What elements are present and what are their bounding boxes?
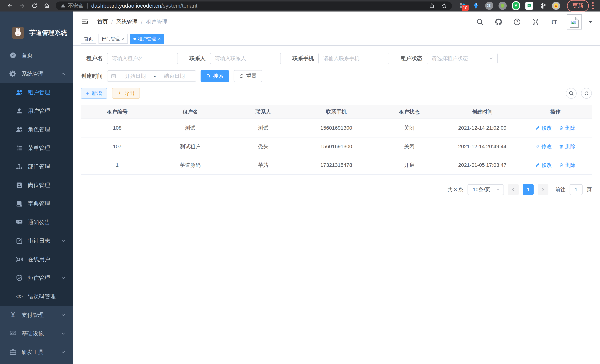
reset-button[interactable]: 重置 [234, 70, 262, 82]
prev-page-button[interactable] [508, 184, 519, 195]
command-extension-icon[interactable]: ⌘ [485, 1, 494, 10]
tab-tenant[interactable]: 租户管理 × [130, 34, 164, 44]
edit-document-icon [15, 237, 23, 245]
font-size-icon[interactable]: tT [548, 16, 560, 28]
browser-update-button[interactable]: 更新 [567, 0, 589, 12]
edit-link[interactable]: 修改 [535, 124, 552, 131]
user-icon [15, 107, 23, 115]
sidebar-item-post[interactable]: 岗位管理 [0, 176, 73, 195]
col-actions: 操作 [519, 105, 592, 119]
export-button[interactable]: 导出 [112, 88, 140, 99]
search-button[interactable]: 搜索 [201, 70, 229, 82]
sidebar-collapse-icon[interactable] [81, 18, 89, 26]
sidebar-item-dev-tools[interactable]: 研发工具 [0, 343, 73, 361]
delete-link[interactable]: 删除 [559, 124, 575, 131]
extension-grid-icon[interactable]: 10 [458, 1, 467, 10]
address-bar[interactable]: 不安全 dashboard.yudao.iocoder.cn/system/te… [56, 1, 452, 10]
fullscreen-icon[interactable] [529, 16, 542, 28]
search-icon [569, 91, 574, 96]
tenant-name-input[interactable] [107, 53, 178, 64]
chevron-down-icon [60, 275, 66, 281]
kite-extension-icon[interactable] [472, 1, 480, 10]
sidebar-item-online-users[interactable]: 在线用户 [0, 250, 73, 269]
delete-link[interactable]: 删除 [559, 143, 575, 150]
breadcrumb-system[interactable]: 系统管理 [116, 18, 138, 26]
col-contact: 联系人 [227, 105, 300, 119]
chevron-right-icon [541, 187, 545, 192]
chevron-down-icon [60, 349, 66, 355]
help-icon[interactable]: ? [511, 16, 523, 28]
delete-link[interactable]: 删除 [559, 162, 575, 169]
browser-home-button[interactable] [42, 1, 52, 10]
pencil-icon [535, 163, 540, 168]
dot-extension-icon[interactable] [498, 1, 507, 10]
chat-extension-icon[interactable] [525, 1, 534, 10]
app-logo[interactable]: 芋道管理系统 [0, 11, 73, 46]
gear-icon [9, 70, 17, 78]
sidebar-item-user[interactable]: 用户管理 [0, 102, 73, 120]
toggle-search-button[interactable] [566, 88, 577, 99]
site-security-chip[interactable]: 不安全 [60, 2, 84, 9]
sidebar-item-audit-log[interactable]: 审计日志 [0, 232, 73, 250]
status-select[interactable]: 请选择租户状态 [427, 53, 497, 64]
table-row: 107 测试租户 秃头 15601691300 关闭 2021-12-14 20… [81, 137, 592, 156]
breadcrumb-home[interactable]: 首页 [97, 18, 108, 26]
sidebar-item-home[interactable]: 首页 [0, 46, 73, 65]
date-range-picker[interactable]: 开始日期 - 结束日期 [107, 70, 196, 82]
next-page-button[interactable] [538, 184, 548, 195]
current-page[interactable]: 1 [523, 184, 534, 195]
sidebar-item-error-code[interactable]: </> 错误码管理 [0, 287, 73, 306]
add-button[interactable]: + 新增 [81, 88, 107, 99]
sidebar-item-dept[interactable]: 部门管理 [0, 157, 73, 176]
extension-badge: 10 [462, 5, 469, 11]
edit-link[interactable]: 修改 [535, 143, 552, 150]
sidebar-item-system[interactable]: 系统管理 [0, 65, 73, 83]
sidebar-item-sms[interactable]: 短信管理 [0, 269, 73, 287]
close-icon[interactable]: × [158, 37, 161, 41]
trash-icon [559, 144, 564, 149]
share-icon[interactable] [429, 3, 435, 9]
sidebar-item-menu[interactable]: 菜单管理 [0, 139, 73, 157]
header-search-icon[interactable] [474, 16, 486, 28]
download-icon [117, 91, 122, 96]
divider [87, 3, 88, 9]
tab-dept[interactable]: 部门管理 × [99, 34, 128, 44]
sidebar-item-pay[interactable]: ¥ 支付管理 [0, 306, 73, 324]
avatar[interactable] [567, 14, 582, 29]
pencil-icon [535, 126, 540, 131]
sidebar-item-dict[interactable]: 字典管理 [0, 195, 73, 213]
browser-forward-button[interactable] [17, 1, 28, 10]
mobile-input[interactable] [318, 53, 389, 64]
extension-icons: 10 ⌘ Y [458, 1, 560, 10]
edit-link[interactable]: 修改 [535, 162, 552, 169]
breadcrumb-current: 租户管理 [146, 18, 167, 26]
bookmark-star-icon[interactable] [441, 3, 447, 9]
sidebar-item-tenant[interactable]: 租户管理 [0, 83, 73, 102]
avatar-caret-icon[interactable] [589, 21, 593, 23]
emoji-extension-icon[interactable] [552, 1, 560, 10]
contact-input[interactable] [210, 53, 281, 64]
goto-page-input[interactable] [570, 184, 582, 195]
table-row: 1 芋道源码 芋艿 17321315478 开启 2021-01-05 17:0… [81, 156, 592, 174]
github-icon[interactable] [492, 16, 505, 28]
sidebar-item-role[interactable]: 角色管理 [0, 120, 73, 139]
tab-home[interactable]: 首页 [81, 34, 96, 44]
trash-icon [559, 126, 564, 131]
col-tenant-name: 租户名 [154, 105, 227, 119]
col-created: 创建时间 [446, 105, 519, 119]
sidebar-item-infra[interactable]: 基础设施 [0, 324, 73, 343]
browser-menu-icon[interactable] [591, 2, 595, 9]
yen-icon: ¥ [9, 311, 17, 319]
browser-back-button[interactable] [5, 1, 15, 10]
sidebar-menu: 首页 系统管理 租户管理 用户管理 角色管理 菜单管理 [0, 46, 73, 361]
refresh-table-button[interactable] [581, 88, 592, 99]
y-extension-icon[interactable]: Y [512, 1, 520, 10]
sidebar-item-notice[interactable]: 通知公告 [0, 213, 73, 232]
page-size-select[interactable]: 10条/页 [468, 184, 504, 195]
contact-label: 联系人 [189, 55, 206, 62]
toolbox-icon [9, 348, 17, 356]
browser-reload-button[interactable] [29, 1, 40, 10]
puzzle-extension-icon[interactable] [538, 1, 547, 10]
close-icon[interactable]: × [122, 37, 124, 41]
app-title: 芋道管理系统 [29, 28, 67, 37]
